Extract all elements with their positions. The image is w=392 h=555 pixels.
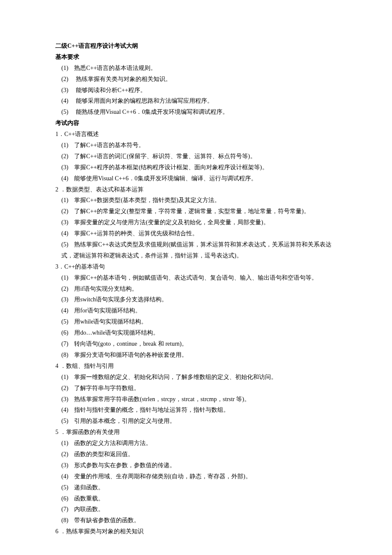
list-item: (1) 了解C++语言的基本符号。: [55, 140, 337, 151]
list-item: (3) 用switch语句实现多分支选择结构。: [55, 294, 337, 305]
list-item: (3) 熟练掌握常用字符串函数(strlen，strcpy，strcat，str…: [55, 394, 337, 405]
subsection-heading: 2 ．数据类型、表达式和基本运算: [55, 184, 337, 195]
list-item: (4) 能够使用Visual C++6．0集成开发环境编辑、编译、运行与调试程序…: [55, 173, 337, 184]
list-item: (4) 指针与指针变量的概念，指针与地址运算符，指针与数组。: [55, 405, 337, 416]
section-heading-exam-content: 考试内容: [55, 118, 337, 129]
list-item: (5) 能熟练使用Visual C++6．0集成开发环境编写和调试程序。: [55, 107, 337, 118]
list-item: (1) 熟悉C++语言的基本语法规则。: [55, 63, 337, 74]
document-page: 二级C++语言程序设计考试大纲 基本要求 (1) 熟悉C++语言的基本语法规则。…: [0, 0, 392, 555]
list-item: (3) 形式参数与实在参数，参数值的传递。: [55, 460, 337, 471]
subsection-heading: 1．C++语言概述: [55, 129, 337, 140]
subsection-heading: 3．C++的基本语句: [55, 261, 337, 272]
list-item: (4) 用for语句实现循环结构。: [55, 305, 337, 316]
subsection-heading: 6 ．熟练掌握类与对象的相关知识: [55, 526, 337, 537]
list-item: (4) 变量的作用域、生存周期和存储类别(自动，静态，寄存器，外部)。: [55, 471, 337, 482]
list-item: (6) 函数重载。: [55, 493, 337, 504]
list-item: (6) 用do…while语句实现循环结构。: [55, 327, 337, 338]
list-item: (5) 递归函数。: [55, 482, 337, 493]
list-item: (2) 了解字符串与字符数组。: [55, 383, 337, 394]
list-item: (5) 熟练掌握C++表达式类型及求值规则(赋值运算，算术运算符和算术表达式，关…: [55, 239, 337, 261]
list-item: (2) 了解C++的常量定义(整型常量，字符常量，逻辑常量，实型常量，地址常量，…: [55, 206, 337, 217]
list-item: (1) 掌握C++的基本语句，例如赋值语句、表达式语句、复合语句、输入、输出语句…: [55, 272, 337, 283]
list-item: (8) 掌握分支语句和循环语句的各种嵌套使用。: [55, 350, 337, 361]
list-item: (2) 用if语句实现分支结构。: [55, 283, 337, 295]
list-item: (2) 函数的类型和返回值。: [55, 449, 337, 460]
list-item: (1) 掌握一维数组的定义、初始化和访问，了解多维数组的定义、初始化和访问。: [55, 372, 337, 383]
list-item: (2) 熟练掌握有关类与对象的相关知识。: [55, 74, 337, 85]
list-item: (1) 函数的定义方法和调用方法。: [55, 438, 337, 449]
list-item: (3) 掌握变量的定义与使用方法(变量的定义及初始化，全局变量，局部变量)。: [55, 217, 337, 228]
document-title: 二级C++语言程序设计考试大纲: [55, 40, 337, 52]
subsection-heading: 5 ．掌握函数的有关使用: [55, 427, 337, 438]
list-item: (3) 掌握C++程序的基本框架(结构程序设计框架、面向对象程序设计框架等)。: [55, 162, 337, 173]
list-item: (4) 掌握C++运算符的种类、运算优先级和结合性。: [55, 228, 337, 239]
section-heading-basic-requirements: 基本要求: [55, 52, 337, 63]
list-item: (7) 转向语句(goto，continue，break 和 return)。: [55, 338, 337, 350]
list-item: (2) 了解C++语言的词汇(保留字、标识符、常量、运算符、标点符号等)。: [55, 151, 337, 162]
list-item: (7) 内联函数。: [55, 504, 337, 515]
subsection-heading: 4 ．数组、指针与引用: [55, 361, 337, 372]
list-item: (8) 带有缺省参数值的函数。: [55, 515, 337, 526]
list-item: (3) 能够阅读和分析C++程序。: [55, 85, 337, 96]
list-item: (1) 掌握C++数据类型(基本类型，指针类型)及其定义方法。: [55, 195, 337, 206]
list-item: (5) 引用的基本概念，引用的定义与使用。: [55, 416, 337, 427]
list-item: (4) 能够采用面向对象的编程思路和方法编写应用程序。: [55, 95, 337, 107]
list-item: (5) 用while语句实现循环结构。: [55, 316, 337, 327]
